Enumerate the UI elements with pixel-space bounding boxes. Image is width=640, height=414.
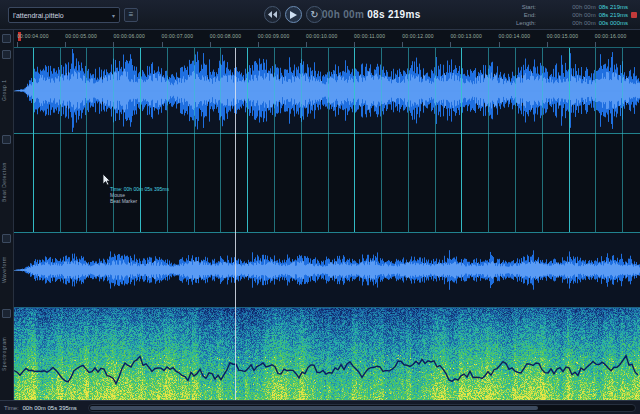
track-menu-icon[interactable] (2, 135, 11, 144)
ruler-tick-label: 00:00:14.000 (499, 33, 531, 39)
ruler-tick-mark (450, 42, 451, 47)
loop-icon: ↻ (310, 10, 318, 20)
horizontal-scrollbar[interactable] (88, 404, 636, 412)
ruler-tick-label: 00:00:12.000 (402, 33, 434, 39)
ruler-tick-mark (595, 42, 596, 47)
play-button[interactable] (285, 6, 302, 23)
track-label-waveform-2: Waveform (1, 232, 13, 307)
ruler-tick-mark (354, 42, 355, 47)
toolbar: l'attendrai.pittelo ▾ ≡ ↻ 00h 00m 08s 21… (0, 0, 640, 30)
ruler-tick-label: 00:00:08.000 (210, 33, 242, 39)
track-area: Time: 00h 00m 05s 395ms Mouse Beat Marke… (14, 48, 640, 400)
track-label-spectrogram: Spectrogram (1, 307, 13, 400)
track-waveform-2[interactable] (14, 232, 640, 307)
tooltip-beat-marker: Beat Marker (110, 198, 169, 204)
ruler-tick-mark (210, 42, 211, 47)
track-gutter: Group 1Beat DetectionWaveformSpectrogram (0, 30, 14, 400)
spectrogram-canvas (14, 308, 640, 400)
playhead[interactable] (235, 48, 236, 400)
ruler-tick-label: 00:00:16.000 (595, 33, 627, 39)
ruler-tick-label: 00:00:09.000 (258, 33, 290, 39)
info-row: Start:00h 00m08s 219ms (506, 3, 628, 11)
rewind-button[interactable] (264, 6, 281, 23)
rewind-icon (268, 11, 277, 18)
ruler-tick-label: 00:00:10.000 (306, 33, 338, 39)
time-display-sms: 08s 219ms (367, 9, 420, 20)
info-row: End:00h 00m08s 219ms (506, 11, 628, 19)
selection-info-panel: Start:00h 00m08s 219msEnd:00h 00m08s 219… (506, 3, 628, 27)
ruler-tick-mark (547, 42, 548, 47)
ruler-tick-label: 00:00:15.000 (547, 33, 579, 39)
loop-button[interactable]: ↻ (306, 6, 323, 23)
status-time-label: Time: (4, 405, 19, 411)
timeline-ruler[interactable]: 00:00:04.00000:00:05.00000:00:06.00000:0… (14, 30, 640, 48)
hover-tooltip: Time: 00h 00m 05s 395ms Mouse Beat Marke… (110, 186, 169, 204)
session-file-name: l'attendrai.pittelo (13, 12, 64, 19)
session-file-selector[interactable]: l'attendrai.pittelo ▾ (8, 7, 120, 23)
status-bar: Time: 00h 00m 05s 395ms (0, 400, 640, 414)
info-row: Length:00h 00m00s 000ms (506, 19, 628, 27)
ruler-tick-label: 00:00:06.000 (113, 33, 145, 39)
ruler-tick-label: 00:00:11.000 (354, 33, 385, 39)
ruler-tick-mark (402, 42, 403, 47)
track-menu-icon[interactable] (2, 234, 11, 243)
ruler-tick-mark (17, 42, 18, 47)
track-spectrogram[interactable] (14, 307, 640, 400)
status-time: Time: 00h 00m 05s 395ms (4, 405, 77, 411)
play-icon (290, 11, 297, 19)
chevron-down-icon: ▾ (112, 12, 115, 19)
file-menu-button[interactable]: ≡ (124, 8, 138, 22)
track-beat-detection[interactable]: Time: 00h 00m 05s 395ms Mouse Beat Marke… (14, 133, 640, 232)
ruler-tick-mark (258, 42, 259, 47)
ruler-tick-mark (306, 42, 307, 47)
record-indicator[interactable] (631, 12, 637, 18)
ruler-tick-label: 00:00:07.000 (162, 33, 194, 39)
ruler-tick-mark (162, 42, 163, 47)
time-display-hm: 00h 00m (322, 9, 364, 20)
ruler-tick-label: 00:00:13.000 (450, 33, 482, 39)
track-menu-icon[interactable] (2, 50, 11, 59)
audio-editor-window: l'attendrai.pittelo ▾ ≡ ↻ 00h 00m 08s 21… (0, 0, 640, 414)
waveform-canvas-1 (14, 48, 640, 133)
status-time-value: 00h 00m 05s 395ms (22, 405, 76, 411)
ruler-tick-mark (499, 42, 500, 47)
transport-controls: ↻ (264, 6, 323, 23)
ruler-tick-mark (65, 42, 66, 47)
ruler-tick-label: 00:00:04.000 (17, 33, 49, 39)
time-display: 00h 00m 08s 219ms (322, 9, 421, 20)
track-waveform-1[interactable] (14, 48, 640, 133)
track-label-waveform-1: Group 1 (1, 48, 13, 133)
scrollbar-thumb[interactable] (90, 406, 538, 410)
track-menu-icon[interactable] (2, 309, 11, 318)
track-label-beat-detection: Beat Detection (1, 133, 13, 232)
ruler-tick-mark (113, 42, 114, 47)
waveform-canvas-2 (14, 233, 640, 307)
ruler-tick-label: 00:00:05.000 (65, 33, 97, 39)
tool-icon[interactable] (2, 34, 11, 43)
